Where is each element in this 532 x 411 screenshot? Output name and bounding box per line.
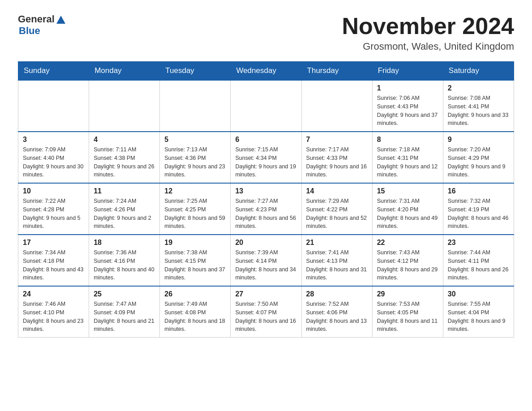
calendar-day-cell: 14Sunrise: 7:29 AMSunset: 4:22 PMDayligh… <box>301 183 372 235</box>
day-info: Sunrise: 7:36 AMSunset: 4:16 PMDaylight:… <box>94 248 155 282</box>
day-info: Sunrise: 7:53 AMSunset: 4:05 PMDaylight:… <box>377 300 438 334</box>
day-number: 3 <box>23 136 84 144</box>
calendar-day-cell: 16Sunrise: 7:32 AMSunset: 4:19 PMDayligh… <box>443 183 514 235</box>
calendar-day-cell: 28Sunrise: 7:52 AMSunset: 4:06 PMDayligh… <box>301 286 372 338</box>
calendar-day-cell: 21Sunrise: 7:41 AMSunset: 4:13 PMDayligh… <box>301 235 372 286</box>
calendar-day-cell: 30Sunrise: 7:55 AMSunset: 4:04 PMDayligh… <box>443 286 514 338</box>
calendar-day-cell: 8Sunrise: 7:18 AMSunset: 4:31 PMDaylight… <box>372 132 443 183</box>
day-number: 22 <box>377 239 438 247</box>
calendar-day-cell <box>231 80 301 132</box>
calendar-day-cell: 25Sunrise: 7:47 AMSunset: 4:09 PMDayligh… <box>89 286 160 338</box>
calendar-day-cell: 10Sunrise: 7:22 AMSunset: 4:28 PMDayligh… <box>18 183 89 235</box>
calendar-day-cell: 17Sunrise: 7:34 AMSunset: 4:18 PMDayligh… <box>18 235 89 286</box>
day-info: Sunrise: 7:50 AMSunset: 4:07 PMDaylight:… <box>235 300 296 334</box>
day-info: Sunrise: 7:22 AMSunset: 4:28 PMDaylight:… <box>23 197 84 231</box>
month-title: November 2024 <box>342 13 514 39</box>
calendar-day-cell: 27Sunrise: 7:50 AMSunset: 4:07 PMDayligh… <box>231 286 301 338</box>
calendar-week-row: 17Sunrise: 7:34 AMSunset: 4:18 PMDayligh… <box>18 235 514 286</box>
calendar-day-cell: 11Sunrise: 7:24 AMSunset: 4:26 PMDayligh… <box>89 183 160 235</box>
day-number: 10 <box>23 187 84 195</box>
logo-triangle-icon <box>56 16 65 24</box>
calendar-week-row: 24Sunrise: 7:46 AMSunset: 4:10 PMDayligh… <box>18 286 514 338</box>
location-subtitle: Grosmont, Wales, United Kingdom <box>342 41 514 52</box>
day-info: Sunrise: 7:06 AMSunset: 4:43 PMDaylight:… <box>377 94 438 128</box>
day-number: 6 <box>235 136 296 144</box>
day-number: 26 <box>164 290 226 298</box>
calendar-day-header: Friday <box>372 62 443 81</box>
calendar-day-cell: 24Sunrise: 7:46 AMSunset: 4:10 PMDayligh… <box>18 286 89 338</box>
day-info: Sunrise: 7:11 AMSunset: 4:38 PMDaylight:… <box>94 146 155 179</box>
day-info: Sunrise: 7:43 AMSunset: 4:12 PMDaylight:… <box>377 248 438 282</box>
day-number: 19 <box>164 239 226 247</box>
day-info: Sunrise: 7:49 AMSunset: 4:08 PMDaylight:… <box>164 300 226 334</box>
calendar-day-cell: 23Sunrise: 7:44 AMSunset: 4:11 PMDayligh… <box>443 235 514 286</box>
calendar-day-cell: 7Sunrise: 7:17 AMSunset: 4:33 PMDaylight… <box>301 132 372 183</box>
day-info: Sunrise: 7:44 AMSunset: 4:11 PMDaylight:… <box>448 248 509 282</box>
day-info: Sunrise: 7:17 AMSunset: 4:33 PMDaylight:… <box>306 146 368 179</box>
day-info: Sunrise: 7:24 AMSunset: 4:26 PMDaylight:… <box>94 197 155 231</box>
day-number: 11 <box>94 187 155 195</box>
day-info: Sunrise: 7:13 AMSunset: 4:36 PMDaylight:… <box>164 146 226 179</box>
day-info: Sunrise: 7:55 AMSunset: 4:04 PMDaylight:… <box>448 300 509 334</box>
day-info: Sunrise: 7:31 AMSunset: 4:20 PMDaylight:… <box>377 197 438 231</box>
day-number: 9 <box>448 136 509 144</box>
calendar-day-cell: 9Sunrise: 7:20 AMSunset: 4:29 PMDaylight… <box>443 132 514 183</box>
day-number: 15 <box>377 187 438 195</box>
calendar-day-cell: 22Sunrise: 7:43 AMSunset: 4:12 PMDayligh… <box>372 235 443 286</box>
day-number: 2 <box>448 84 509 92</box>
day-info: Sunrise: 7:46 AMSunset: 4:10 PMDaylight:… <box>23 300 84 334</box>
day-info: Sunrise: 7:25 AMSunset: 4:25 PMDaylight:… <box>164 197 226 231</box>
calendar-day-header: Thursday <box>301 62 372 81</box>
calendar-day-cell: 26Sunrise: 7:49 AMSunset: 4:08 PMDayligh… <box>160 286 231 338</box>
day-number: 7 <box>306 136 368 144</box>
calendar-week-row: 1Sunrise: 7:06 AMSunset: 4:43 PMDaylight… <box>18 80 514 132</box>
logo-blue-text: Blue <box>19 25 65 37</box>
day-number: 20 <box>235 239 296 247</box>
day-info: Sunrise: 7:41 AMSunset: 4:13 PMDaylight:… <box>306 248 368 282</box>
day-info: Sunrise: 7:34 AMSunset: 4:18 PMDaylight:… <box>23 248 84 282</box>
calendar-day-header: Tuesday <box>160 62 231 81</box>
calendar-day-header: Saturday <box>443 62 514 81</box>
day-number: 18 <box>94 239 155 247</box>
day-number: 5 <box>164 136 226 144</box>
calendar-week-row: 10Sunrise: 7:22 AMSunset: 4:28 PMDayligh… <box>18 183 514 235</box>
calendar-day-cell: 1Sunrise: 7:06 AMSunset: 4:43 PMDaylight… <box>372 80 443 132</box>
day-info: Sunrise: 7:39 AMSunset: 4:14 PMDaylight:… <box>235 248 296 282</box>
calendar-table: SundayMondayTuesdayWednesdayThursdayFrid… <box>18 61 514 338</box>
logo-general-text: General <box>18 13 55 25</box>
calendar-day-cell: 13Sunrise: 7:27 AMSunset: 4:23 PMDayligh… <box>231 183 301 235</box>
calendar-day-cell <box>89 80 160 132</box>
calendar-day-cell: 2Sunrise: 7:08 AMSunset: 4:41 PMDaylight… <box>443 80 514 132</box>
svg-marker-0 <box>56 16 65 24</box>
day-number: 27 <box>235 290 296 298</box>
day-number: 30 <box>448 290 509 298</box>
page-header: General Blue November 2024 Grosmont, Wal… <box>18 13 514 52</box>
day-info: Sunrise: 7:18 AMSunset: 4:31 PMDaylight:… <box>377 146 438 179</box>
calendar-day-cell: 4Sunrise: 7:11 AMSunset: 4:38 PMDaylight… <box>89 132 160 183</box>
calendar-day-cell: 18Sunrise: 7:36 AMSunset: 4:16 PMDayligh… <box>89 235 160 286</box>
day-info: Sunrise: 7:32 AMSunset: 4:19 PMDaylight:… <box>448 197 509 231</box>
logo: General Blue <box>18 13 65 37</box>
day-number: 1 <box>377 84 438 92</box>
day-info: Sunrise: 7:27 AMSunset: 4:23 PMDaylight:… <box>235 197 296 231</box>
day-info: Sunrise: 7:15 AMSunset: 4:34 PMDaylight:… <box>235 146 296 179</box>
calendar-day-cell: 3Sunrise: 7:09 AMSunset: 4:40 PMDaylight… <box>18 132 89 183</box>
day-info: Sunrise: 7:52 AMSunset: 4:06 PMDaylight:… <box>306 300 368 334</box>
day-number: 12 <box>164 187 226 195</box>
calendar-day-cell <box>160 80 231 132</box>
calendar-day-cell <box>18 80 89 132</box>
day-number: 8 <box>377 136 438 144</box>
title-section: November 2024 Grosmont, Wales, United Ki… <box>342 13 514 52</box>
calendar-header-row: SundayMondayTuesdayWednesdayThursdayFrid… <box>18 62 514 81</box>
day-info: Sunrise: 7:38 AMSunset: 4:15 PMDaylight:… <box>164 248 226 282</box>
calendar-day-header: Monday <box>89 62 160 81</box>
day-info: Sunrise: 7:20 AMSunset: 4:29 PMDaylight:… <box>448 146 509 179</box>
day-number: 13 <box>235 187 296 195</box>
calendar-day-header: Wednesday <box>231 62 301 81</box>
calendar-day-cell: 20Sunrise: 7:39 AMSunset: 4:14 PMDayligh… <box>231 235 301 286</box>
calendar-week-row: 3Sunrise: 7:09 AMSunset: 4:40 PMDaylight… <box>18 132 514 183</box>
day-number: 16 <box>448 187 509 195</box>
day-number: 29 <box>377 290 438 298</box>
day-info: Sunrise: 7:29 AMSunset: 4:22 PMDaylight:… <box>306 197 368 231</box>
calendar-day-cell: 6Sunrise: 7:15 AMSunset: 4:34 PMDaylight… <box>231 132 301 183</box>
